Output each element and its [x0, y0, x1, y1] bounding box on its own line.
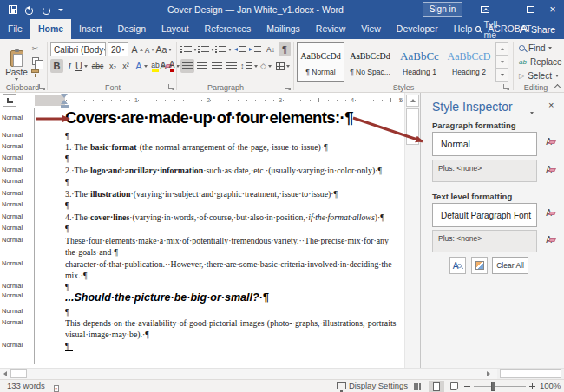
style-label[interactable]: Normal	[2, 177, 23, 185]
zoom-slider-thumb[interactable]	[491, 382, 495, 391]
zoom-in-button[interactable]	[528, 380, 537, 392]
ribbon-display-options-icon	[481, 6, 489, 13]
word-count[interactable]: 133 words	[7, 380, 45, 392]
hscroll-thumb[interactable]	[10, 369, 27, 378]
style-card-heading-2[interactable]: AaBbCcDHeading 2	[445, 42, 493, 82]
web-layout-button[interactable]	[446, 381, 462, 392]
scroll-up-button[interactable]	[406, 95, 419, 107]
proofing-book-icon: ×	[54, 385, 59, 392]
doc-line: ¶	[65, 153, 69, 164]
style-label[interactable]: Normal	[2, 307, 23, 315]
reveal-formatting-button[interactable]: A	[449, 257, 466, 274]
style-label[interactable]: Normal	[2, 259, 23, 267]
character-style-box[interactable]: Default Paragraph Font	[432, 203, 537, 227]
sign-in-button[interactable]: Sign in	[423, 2, 462, 17]
chevron-down-icon	[530, 112, 534, 114]
pane-scrollbar[interactable]	[497, 368, 564, 379]
read-mode-button[interactable]	[410, 381, 425, 392]
redo-icon[interactable]	[42, 6, 50, 14]
find-button[interactable]: Find	[519, 43, 552, 53]
pane-menu-button[interactable]	[530, 105, 534, 121]
doc-line: ¶	[65, 223, 69, 234]
scroll-right-button[interactable]	[484, 369, 493, 378]
paragraph-style-box[interactable]: Normal	[432, 132, 537, 156]
format-painter-button[interactable]	[31, 69, 39, 73]
clear-paragraph-formatting-button[interactable]: A	[541, 160, 560, 179]
clear-all-button[interactable]: Clear All	[492, 257, 528, 274]
styles-dialog-launcher[interactable]	[503, 84, 509, 90]
undo-icon[interactable]	[25, 6, 34, 14]
clipboard-dialog-launcher[interactable]	[39, 84, 45, 90]
paste-button[interactable]: Paste	[3, 42, 30, 88]
style-label[interactable]: Normal	[2, 154, 23, 161]
style-label[interactable]: Normal	[2, 318, 23, 326]
style-label[interactable]: Normal	[2, 212, 23, 220]
print-layout-button[interactable]	[429, 381, 444, 392]
paragraph-plus-box[interactable]: Plus: <none>	[432, 160, 537, 182]
customize-qat-icon[interactable]	[58, 9, 63, 11]
zoom-out-button[interactable]	[463, 380, 472, 392]
maximize-icon	[527, 6, 534, 13]
collapse-ribbon-button[interactable]	[554, 83, 561, 89]
clear-character-formatting-button[interactable]: A	[541, 231, 560, 249]
window-controls: ×	[474, 0, 564, 19]
style-label[interactable]: Normal	[2, 114, 23, 121]
tab-file[interactable]: File	[0, 19, 30, 39]
maximize-button[interactable]	[519, 0, 541, 19]
tell-me-box[interactable]: Tell me	[469, 19, 511, 39]
bold-icon: B	[54, 61, 61, 71]
minimize-button[interactable]	[496, 0, 519, 19]
doc-line: ¶	[65, 199, 69, 211]
character-plus-box[interactable]: Plus: <none>	[432, 230, 537, 252]
eraser-icon	[548, 212, 556, 215]
scroll-left-button[interactable]	[1, 369, 10, 378]
replace-button[interactable]: ab Replace	[519, 57, 562, 67]
pane-close-button[interactable]: ×	[548, 100, 554, 110]
select-button[interactable]: ▷ Select	[519, 71, 559, 81]
proofing-status-button[interactable]: ×	[54, 382, 59, 392]
vscroll-thumb[interactable]	[406, 108, 419, 145]
gallery-more-button[interactable]	[495, 69, 508, 82]
style-label[interactable]: Normal	[2, 282, 23, 290]
up-triangle-icon	[501, 48, 504, 50]
style-label[interactable]: Normal	[2, 291, 23, 299]
style-label[interactable]: Normal	[2, 341, 23, 349]
ribbon-display-options-button[interactable]	[474, 0, 496, 19]
tell-me-label: Tell me	[484, 19, 504, 40]
style-label[interactable]: Normal	[2, 131, 23, 139]
style-label[interactable]: Normal	[2, 200, 23, 208]
style-label[interactable]: Normal	[2, 236, 23, 244]
reset-paragraph-style-button[interactable]: A	[541, 133, 560, 151]
word-window: Cover Design — Jan White_v1.docx - Word …	[0, 0, 564, 392]
vertical-scrollbar[interactable]	[404, 93, 420, 368]
document-text[interactable]: Covers·are·made·up·of·four·elements:·¶¶1…	[65, 0, 404, 368]
doc-line: ...Should·the·picture·be·big·or·small?·¶	[65, 291, 269, 304]
replace-label: Replace	[530, 57, 562, 67]
pane-scroll-thumb[interactable]	[500, 369, 561, 378]
chevron-down-icon	[15, 78, 18, 81]
gallery-up-button[interactable]	[495, 42, 508, 56]
style-label[interactable]: Normal	[2, 189, 23, 197]
display-settings-button[interactable]: Display Settings	[337, 380, 408, 392]
close-button[interactable]: ×	[541, 0, 564, 19]
gallery-down-button[interactable]	[495, 56, 508, 69]
style-label[interactable]: Normal	[2, 142, 23, 150]
new-style-button[interactable]	[471, 257, 488, 274]
reset-character-style-button[interactable]: A	[541, 204, 560, 222]
bold-button[interactable]: B	[50, 59, 63, 73]
doc-line: 3.·The·illustration·(varying·in·subject·…	[65, 188, 338, 199]
style-label[interactable]: Normal	[2, 166, 23, 173]
zoom-level-button[interactable]: 100%	[540, 380, 561, 392]
copy-button[interactable]	[32, 57, 39, 65]
close-icon: ×	[548, 100, 554, 110]
zoom-slider[interactable]	[474, 386, 526, 387]
share-button[interactable]: Share	[511, 19, 564, 39]
doc-line: These·four·elements·make·a·mix·of·potent…	[65, 235, 389, 246]
style-label[interactable]: Normal	[2, 224, 23, 232]
right-triangle-icon	[487, 371, 490, 376]
save-icon[interactable]	[9, 5, 17, 14]
style-area-divider[interactable]	[34, 108, 35, 364]
horizontal-scrollbar[interactable]	[0, 368, 497, 379]
cut-button[interactable]: ✂	[32, 44, 39, 53]
share-label: Share	[531, 24, 555, 35]
